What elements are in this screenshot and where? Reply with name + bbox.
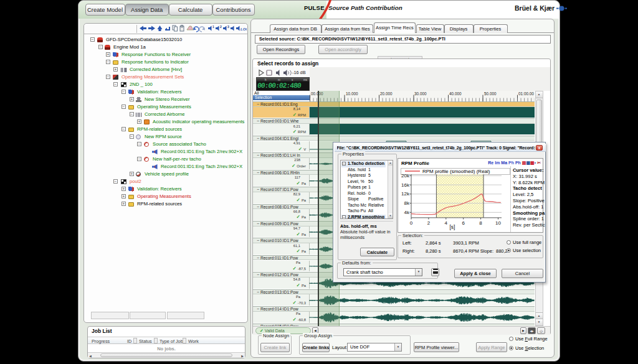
svg-text:LOG: LOG xyxy=(240,27,247,31)
svg-text:4: 4 xyxy=(445,220,448,226)
svg-text:8k: 8k xyxy=(404,200,410,206)
svg-text:8: 8 xyxy=(479,220,482,226)
svg-text:10: 10 xyxy=(495,220,501,226)
svg-text:2: 2 xyxy=(220,25,222,29)
svg-text:[s]: [s] xyxy=(450,224,455,230)
svg-text:0: 0 xyxy=(410,220,413,226)
svg-text:20k: 20k xyxy=(401,173,410,179)
svg-text:6: 6 xyxy=(462,220,465,226)
svg-text:3: 3 xyxy=(227,25,229,29)
svg-text:12k: 12k xyxy=(401,191,410,197)
svg-text:16k: 16k xyxy=(401,182,410,188)
svg-text:1: 1 xyxy=(212,25,214,29)
svg-text:4k: 4k xyxy=(404,210,410,215)
svg-text:2: 2 xyxy=(427,220,431,226)
